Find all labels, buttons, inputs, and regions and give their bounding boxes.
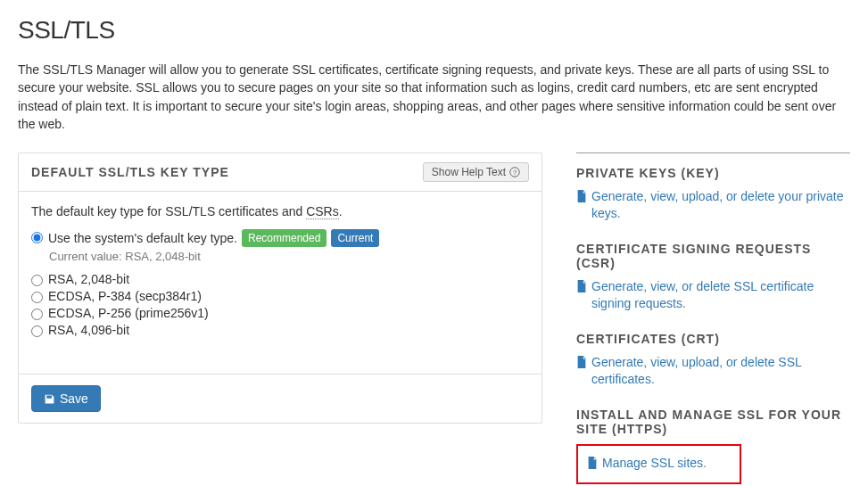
highlight-box: Manage SSL sites. [576,444,741,484]
certificates-heading: CERTIFICATES (CRT) [576,332,850,346]
current-badge: Current [331,229,379,247]
certificates-link[interactable]: Generate, view, upload, or delete SSL ce… [576,354,850,388]
option-label: ECDSA, P-384 (secp384r1) [48,289,202,303]
csr-link[interactable]: Generate, view, or delete SSL certificat… [576,278,850,312]
manage-ssl-sites-link[interactable]: Manage SSL sites. [587,455,707,472]
show-help-button[interactable]: Show Help Text ? [423,162,529,182]
key-type-radio[interactable] [31,232,43,243]
file-icon [587,457,598,469]
key-type-radio[interactable] [31,292,43,303]
key-type-option-rsa2048[interactable]: RSA, 2,048-bit [31,272,529,286]
key-type-option-rsa4096[interactable]: RSA, 4,096-bit [31,323,529,337]
private-keys-heading: PRIVATE KEYS (KEY) [576,166,850,180]
option-label: RSA, 2,048-bit [48,272,129,286]
panel-title: DEFAULT SSL/TLS KEY TYPE [31,165,229,179]
file-icon [576,356,587,368]
option-label: RSA, 4,096-bit [48,323,129,337]
key-type-radio[interactable] [31,275,43,286]
panel-description: The default key type for SSL/TLS certifi… [31,204,529,218]
file-icon [576,190,587,202]
link-label: Generate, view, or delete SSL certificat… [591,278,850,312]
default-key-type-panel: DEFAULT SSL/TLS KEY TYPE Show Help Text … [18,152,542,424]
key-type-option-ecdsa256[interactable]: ECDSA, P-256 (prime256v1) [31,306,529,320]
option-label: Use the system's default key type. [48,231,237,245]
page-title: SSL/TLS [18,16,850,45]
question-circle-icon: ? [509,167,520,177]
csr-heading: CERTIFICATE SIGNING REQUESTS (CSR) [576,242,850,270]
key-type-option-default[interactable]: Use the system's default key type. Recom… [31,229,529,247]
current-value-text: Current value: RSA, 2,048-bit [49,250,529,263]
private-keys-link[interactable]: Generate, view, upload, or delete your p… [576,188,850,222]
recommended-badge: Recommended [242,229,327,247]
key-type-radio[interactable] [31,309,43,320]
file-icon [576,280,587,292]
show-help-label: Show Help Text [432,166,506,178]
key-type-radio[interactable] [31,325,43,337]
link-label: Generate, view, upload, or delete SSL ce… [591,354,850,388]
link-label: Manage SSL sites. [602,455,707,472]
key-type-option-ecdsa384[interactable]: ECDSA, P-384 (secp384r1) [31,289,529,303]
link-label: Generate, view, upload, or delete your p… [591,188,850,222]
save-label: Save [60,391,88,406]
install-manage-heading: INSTALL AND MANAGE SSL FOR YOUR SITE (HT… [576,408,850,436]
svg-text:?: ? [513,169,517,177]
save-icon [44,393,55,405]
intro-text: The SSL/TLS Manager will allow you to ge… [18,61,847,133]
save-button[interactable]: Save [31,385,101,412]
option-label: ECDSA, P-256 (prime256v1) [48,306,209,320]
